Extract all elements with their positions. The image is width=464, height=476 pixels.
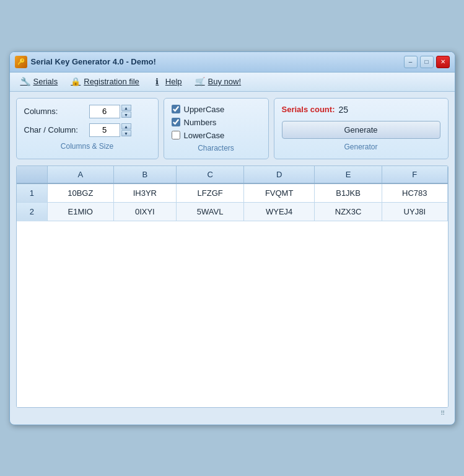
generate-button[interactable]: Generate [282,121,440,139]
table-header: A B C D E F [17,166,448,183]
row-2-c: 5WAVL [177,202,244,221]
app-icon: 🔑 [15,56,27,68]
uppercase-checkbox[interactable] [172,105,180,113]
table-row: 1 10BGZ IH3YR LFZGF FVQMT B1JKB HC783 [17,183,448,203]
menu-serials[interactable]: 🔧 Serials [15,75,63,89]
numbers-checkbox[interactable] [172,118,180,126]
header-col-a: A [48,166,114,183]
help-icon: ℹ [152,77,163,87]
numbers-label: Numbers [184,118,217,127]
serials-count-value: 25 [338,105,348,115]
row-num-1: 1 [17,183,48,203]
row-1-d: FVQMT [244,183,315,203]
title-bar: 🔑 Serial Key Generator 4.0 - Demo! – □ ✕ [10,52,455,73]
uppercase-row: UpperCase [172,105,261,114]
char-column-input-wrap: ▲ ▼ [89,123,131,137]
row-1-a: 10BGZ [48,183,114,203]
lowercase-checkbox[interactable] [172,131,180,139]
uppercase-label: UpperCase [184,105,225,114]
columns-input-wrap: ▲ ▼ [89,105,131,118]
serials-icon: 🔧 [20,77,31,87]
serials-count-row: Serials count: 25 [282,105,440,115]
window-controls: – □ ✕ [404,56,450,68]
header-col-c: C [177,166,244,183]
menu-serials-label: Serials [33,77,58,86]
characters-panel: UpperCase Numbers LowerCase Characters [164,98,269,159]
header-col-b: B [113,166,177,183]
char-column-input[interactable] [89,123,120,137]
lowercase-label: LowerCase [184,131,225,140]
main-content: Columns: ▲ ▼ Char / Column: ▲ [10,92,455,425]
columns-panel: Columns: ▲ ▼ Char / Column: ▲ [16,98,159,159]
columns-panel-label: Columns & Size [24,142,151,151]
generator-panel: Serials count: 25 Generate Generator [274,98,449,159]
columns-spinner: ▲ ▼ [121,105,131,118]
columns-spin-up[interactable]: ▲ [121,105,131,111]
row-2-b: 0IXYI [113,202,177,221]
columns-row: Columns: ▲ ▼ [24,105,151,118]
header-col-e: E [315,166,382,183]
menu-registration[interactable]: 🔒 Registration file [65,75,144,89]
columns-spin-down[interactable]: ▼ [121,112,131,118]
row-2-a: E1MIO [48,202,114,221]
generator-panel-label: Generator [282,143,440,151]
menu-buy-label: Buy now! [208,77,241,86]
table-row: 2 E1MIO 0IXYI 5WAVL WYEJ4 NZX3C UYJ8I [17,202,448,221]
title-bar-left: 🔑 Serial Key Generator 4.0 - Demo! [15,56,156,68]
characters-panel-label: Characters [172,144,261,152]
row-1-e: B1JKB [315,183,382,203]
header-row-num [17,166,48,183]
menu-bar: 🔧 Serials 🔒 Registration file ℹ Help 🛒 B… [10,73,455,92]
row-1-c: LFZGF [177,183,244,203]
data-table: A B C D E F 1 10BGZ IH3YR LFZGF FVQMT B1… [17,166,448,221]
main-window: 🔑 Serial Key Generator 4.0 - Demo! – □ ✕… [9,51,455,425]
menu-buy[interactable]: 🛒 Buy now! [190,75,246,89]
menu-help[interactable]: ℹ Help [147,75,187,89]
char-column-spin-down[interactable]: ▼ [121,130,131,136]
row-2-e: NZX3C [315,202,382,221]
row-num-2: 2 [17,202,48,221]
resize-icon: ⠿ [440,410,445,416]
maximize-button[interactable]: □ [420,56,434,68]
header-row: A B C D E F [17,166,448,183]
char-column-spinner: ▲ ▼ [121,123,131,136]
menu-help-label: Help [165,77,182,86]
char-column-label: Char / Column: [24,125,89,134]
lowercase-row: LowerCase [172,131,261,140]
header-col-f: F [382,166,447,183]
row-2-d: WYEJ4 [244,202,315,221]
data-table-container: A B C D E F 1 10BGZ IH3YR LFZGF FVQMT B1… [16,165,449,408]
status-bar: ⠿ [16,408,449,418]
reg-icon: 🔒 [70,77,81,87]
table-empty-space [17,221,448,407]
char-column-spin-up[interactable]: ▲ [121,123,131,130]
buy-icon: 🛒 [195,77,206,87]
minimize-button[interactable]: – [404,56,418,68]
columns-input[interactable] [89,105,120,118]
row-1-b: IH3YR [113,183,177,203]
row-1-f: HC783 [382,183,447,203]
char-column-row: Char / Column: ▲ ▼ [24,123,151,137]
numbers-row: Numbers [172,118,261,127]
close-button[interactable]: ✕ [436,56,450,68]
header-col-d: D [244,166,315,183]
serials-count-label: Serials count: [282,105,335,114]
columns-label: Columns: [24,107,89,116]
table-body: 1 10BGZ IH3YR LFZGF FVQMT B1JKB HC783 2 … [17,183,448,221]
window-title: Serial Key Generator 4.0 - Demo! [31,57,156,66]
controls-panel: Columns: ▲ ▼ Char / Column: ▲ [16,98,449,159]
menu-registration-label: Registration file [84,77,139,86]
row-2-f: UYJ8I [382,202,447,221]
